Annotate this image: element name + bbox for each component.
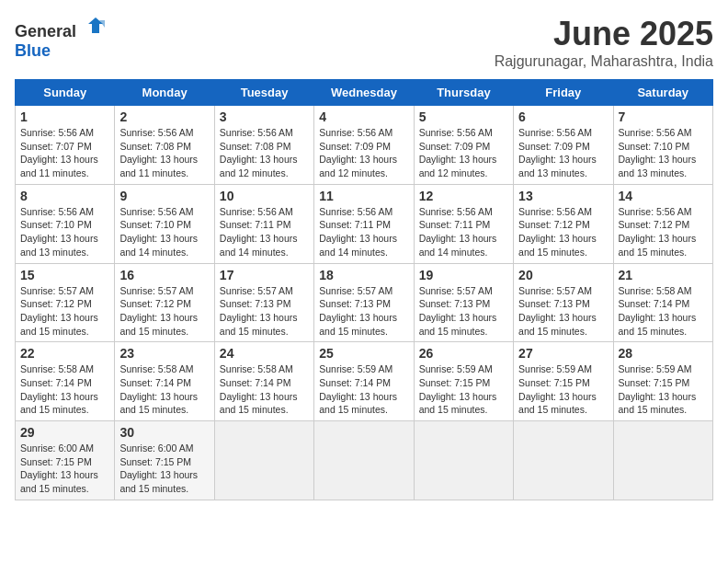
day-number: 28 xyxy=(619,346,708,361)
calendar-cell: 7 Sunrise: 5:56 AM Sunset: 7:10 PM Dayli… xyxy=(613,106,712,185)
header-friday: Friday xyxy=(514,80,613,106)
day-info: Sunrise: 5:56 AM Sunset: 7:12 PM Dayligh… xyxy=(619,205,708,259)
day-info: Sunrise: 5:57 AM Sunset: 7:13 PM Dayligh… xyxy=(419,284,508,339)
calendar-cell: 24 Sunrise: 5:58 AM Sunset: 7:14 PM Dayl… xyxy=(214,342,313,421)
day-number: 5 xyxy=(419,109,508,124)
day-info: Sunrise: 5:56 AM Sunset: 7:09 PM Dayligh… xyxy=(518,126,608,180)
day-info: Sunrise: 5:59 AM Sunset: 7:15 PM Dayligh… xyxy=(419,362,508,417)
day-number: 14 xyxy=(619,189,708,203)
day-info: Sunrise: 5:56 AM Sunset: 7:10 PM Dayligh… xyxy=(119,205,209,259)
day-number: 9 xyxy=(119,189,209,203)
calendar-cell: 10 Sunrise: 5:56 AM Sunset: 7:11 PM Dayl… xyxy=(214,184,313,263)
calendar-cell: 28 Sunrise: 5:59 AM Sunset: 7:15 PM Dayl… xyxy=(613,342,712,421)
calendar-cell: 30 Sunrise: 6:00 AM Sunset: 7:15 PM Dayl… xyxy=(115,421,214,500)
calendar-week-row: 29 Sunrise: 6:00 AM Sunset: 7:15 PM Dayl… xyxy=(16,421,713,500)
day-info: Sunrise: 5:58 AM Sunset: 7:14 PM Dayligh… xyxy=(220,362,309,417)
day-number: 7 xyxy=(619,109,708,124)
day-number: 4 xyxy=(319,109,408,124)
calendar-cell: 23 Sunrise: 5:58 AM Sunset: 7:14 PM Dayl… xyxy=(115,342,214,421)
day-info: Sunrise: 5:56 AM Sunset: 7:09 PM Dayligh… xyxy=(319,126,408,180)
calendar-cell: 5 Sunrise: 5:56 AM Sunset: 7:09 PM Dayli… xyxy=(414,106,513,185)
calendar-cell: 12 Sunrise: 5:56 AM Sunset: 7:11 PM Dayl… xyxy=(414,184,513,263)
day-info: Sunrise: 5:56 AM Sunset: 7:12 PM Dayligh… xyxy=(518,205,608,259)
calendar-cell xyxy=(613,421,712,500)
day-info: Sunrise: 5:59 AM Sunset: 7:15 PM Dayligh… xyxy=(518,362,608,417)
calendar-header-row: Sunday Monday Tuesday Wednesday Thursday… xyxy=(16,80,713,106)
day-info: Sunrise: 5:59 AM Sunset: 7:14 PM Dayligh… xyxy=(319,362,408,417)
calendar-cell: 25 Sunrise: 5:59 AM Sunset: 7:14 PM Dayl… xyxy=(314,342,414,421)
day-info: Sunrise: 5:58 AM Sunset: 7:14 PM Dayligh… xyxy=(619,284,708,339)
calendar-cell: 26 Sunrise: 5:59 AM Sunset: 7:15 PM Dayl… xyxy=(414,342,513,421)
calendar-cell: 27 Sunrise: 5:59 AM Sunset: 7:15 PM Dayl… xyxy=(514,342,613,421)
calendar-week-row: 1 Sunrise: 5:56 AM Sunset: 7:07 PM Dayli… xyxy=(16,106,713,185)
day-info: Sunrise: 5:57 AM Sunset: 7:13 PM Dayligh… xyxy=(319,284,408,339)
day-number: 11 xyxy=(319,189,408,203)
calendar-cell: 3 Sunrise: 5:56 AM Sunset: 7:08 PM Dayli… xyxy=(214,106,313,185)
day-number: 21 xyxy=(619,268,708,282)
day-number: 6 xyxy=(518,109,608,124)
header-saturday: Saturday xyxy=(613,80,712,106)
day-number: 16 xyxy=(119,268,209,282)
day-info: Sunrise: 5:57 AM Sunset: 7:13 PM Dayligh… xyxy=(518,284,608,339)
day-info: Sunrise: 5:59 AM Sunset: 7:15 PM Dayligh… xyxy=(619,362,708,417)
day-number: 30 xyxy=(119,425,209,440)
day-number: 1 xyxy=(20,109,109,124)
calendar-cell: 19 Sunrise: 5:57 AM Sunset: 7:13 PM Dayl… xyxy=(414,263,513,342)
header-monday: Monday xyxy=(115,80,214,106)
day-number: 13 xyxy=(518,189,608,203)
day-number: 23 xyxy=(119,346,209,361)
header-wednesday: Wednesday xyxy=(314,80,414,106)
calendar-cell: 22 Sunrise: 5:58 AM Sunset: 7:14 PM Dayl… xyxy=(16,342,115,421)
day-info: Sunrise: 5:58 AM Sunset: 7:14 PM Dayligh… xyxy=(20,362,109,417)
calendar-cell: 13 Sunrise: 5:56 AM Sunset: 7:12 PM Dayl… xyxy=(514,184,613,263)
page-container: General Blue June 2025 Rajgurunagar, Mah… xyxy=(15,15,713,500)
logo-general: General xyxy=(15,22,76,40)
day-info: Sunrise: 5:57 AM Sunset: 7:12 PM Dayligh… xyxy=(119,284,209,339)
day-number: 8 xyxy=(20,189,109,203)
day-number: 26 xyxy=(419,346,508,361)
day-number: 19 xyxy=(419,268,508,282)
calendar-cell: 4 Sunrise: 5:56 AM Sunset: 7:09 PM Dayli… xyxy=(314,106,414,185)
day-number: 22 xyxy=(20,346,109,361)
day-info: Sunrise: 6:00 AM Sunset: 7:15 PM Dayligh… xyxy=(119,442,209,496)
logo-blue: Blue xyxy=(15,41,51,60)
calendar-cell: 9 Sunrise: 5:56 AM Sunset: 7:10 PM Dayli… xyxy=(115,184,214,263)
logo-text: General Blue xyxy=(15,15,105,61)
day-info: Sunrise: 5:58 AM Sunset: 7:14 PM Dayligh… xyxy=(119,362,209,417)
calendar-cell: 16 Sunrise: 5:57 AM Sunset: 7:12 PM Dayl… xyxy=(115,263,214,342)
calendar-week-row: 22 Sunrise: 5:58 AM Sunset: 7:14 PM Dayl… xyxy=(16,342,713,421)
calendar-cell: 11 Sunrise: 5:56 AM Sunset: 7:11 PM Dayl… xyxy=(314,184,414,263)
day-number: 27 xyxy=(518,346,608,361)
calendar-subtitle: Rajgurunagar, Maharashtra, India xyxy=(495,53,713,70)
calendar-week-row: 8 Sunrise: 5:56 AM Sunset: 7:10 PM Dayli… xyxy=(16,184,713,263)
header-tuesday: Tuesday xyxy=(214,80,313,106)
day-info: Sunrise: 5:56 AM Sunset: 7:09 PM Dayligh… xyxy=(419,126,508,180)
calendar-cell: 29 Sunrise: 6:00 AM Sunset: 7:15 PM Dayl… xyxy=(16,421,115,500)
calendar-cell: 8 Sunrise: 5:56 AM Sunset: 7:10 PM Dayli… xyxy=(16,184,115,263)
day-info: Sunrise: 5:56 AM Sunset: 7:11 PM Dayligh… xyxy=(319,205,408,259)
logo: General Blue xyxy=(15,15,105,61)
calendar-title: June 2025 xyxy=(495,15,713,53)
header: General Blue June 2025 Rajgurunagar, Mah… xyxy=(15,15,713,70)
day-number: 24 xyxy=(220,346,309,361)
calendar-cell: 2 Sunrise: 5:56 AM Sunset: 7:08 PM Dayli… xyxy=(115,106,214,185)
day-number: 3 xyxy=(220,109,309,124)
day-number: 25 xyxy=(319,346,408,361)
header-sunday: Sunday xyxy=(16,80,115,106)
logo-icon xyxy=(83,15,105,37)
day-info: Sunrise: 5:56 AM Sunset: 7:11 PM Dayligh… xyxy=(220,205,309,259)
calendar-week-row: 15 Sunrise: 5:57 AM Sunset: 7:12 PM Dayl… xyxy=(16,263,713,342)
day-info: Sunrise: 5:56 AM Sunset: 7:08 PM Dayligh… xyxy=(220,126,309,180)
calendar-cell: 18 Sunrise: 5:57 AM Sunset: 7:13 PM Dayl… xyxy=(314,263,414,342)
day-number: 29 xyxy=(20,425,109,440)
day-number: 2 xyxy=(119,109,209,124)
day-number: 20 xyxy=(518,268,608,282)
day-info: Sunrise: 5:56 AM Sunset: 7:07 PM Dayligh… xyxy=(20,126,109,180)
calendar-cell: 6 Sunrise: 5:56 AM Sunset: 7:09 PM Dayli… xyxy=(514,106,613,185)
day-number: 12 xyxy=(419,189,508,203)
day-number: 17 xyxy=(220,268,309,282)
calendar-cell xyxy=(314,421,414,500)
day-info: Sunrise: 5:56 AM Sunset: 7:08 PM Dayligh… xyxy=(119,126,209,180)
calendar-cell: 17 Sunrise: 5:57 AM Sunset: 7:13 PM Dayl… xyxy=(214,263,313,342)
day-number: 15 xyxy=(20,268,109,282)
